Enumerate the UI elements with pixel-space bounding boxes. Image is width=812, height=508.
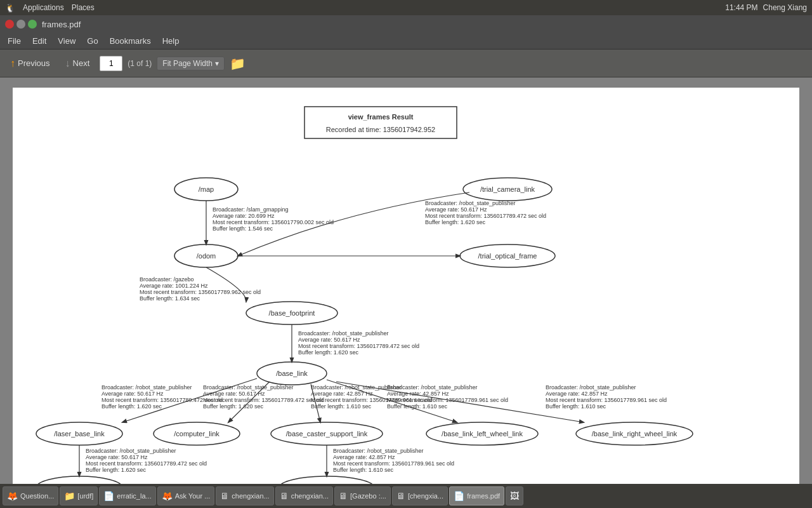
taskbar-item-frames[interactable]: 📄 frames.pdf	[449, 486, 504, 505]
menu-help[interactable]: Help	[157, 35, 185, 47]
taskbar-item-urdf[interactable]: 📁 [urdf]	[60, 486, 98, 505]
window-controls	[5, 20, 37, 29]
previous-button[interactable]: ↑ Previous	[5, 55, 55, 72]
svg-text:Buffer length: 1.620 sec: Buffer length: 1.620 sec	[102, 403, 162, 410]
taskbar-label: [Gazebo :...	[350, 492, 386, 500]
system-bar-right: 11:44 PM Cheng Xiang	[725, 3, 807, 12]
svg-text:Average rate: 50.617 Hz: Average rate: 50.617 Hz	[203, 391, 265, 397]
taskbar-label: chengxian...	[232, 492, 269, 500]
svg-text:Buffer length: 1.620 sec: Buffer length: 1.620 sec	[86, 467, 146, 473]
previous-icon: ↑	[10, 58, 15, 69]
svg-text:Broadcaster: /robot_state_publ: Broadcaster: /robot_state_publisher	[425, 200, 516, 206]
menu-view[interactable]: View	[53, 35, 81, 47]
svg-text:Most recent transform: 1356017: Most recent transform: 1356017789.472 se…	[203, 397, 324, 403]
places-menu[interactable]: Places	[72, 3, 95, 12]
svg-text:Average rate: 50.617 Hz: Average rate: 50.617 Hz	[102, 391, 164, 397]
svg-text:Most recent transform: 1356017: Most recent transform: 1356017789.472 se…	[425, 213, 546, 219]
svg-point-25	[36, 476, 122, 484]
terminal-icon3: 🖥	[396, 491, 405, 501]
toolbar: ↑ Previous ↓ Next (1 of 1) Fit Page Widt…	[0, 50, 812, 77]
terminal-icon: 🖥	[220, 491, 229, 501]
menu-go[interactable]: Go	[82, 35, 103, 47]
svg-text:/base_link_right_wheel_link: /base_link_right_wheel_link	[592, 430, 678, 438]
fit-label: Fit Page Width	[162, 59, 213, 68]
svg-text:/trial_camera_link: /trial_camera_link	[480, 185, 535, 193]
system-clock: 11:44 PM	[725, 3, 757, 12]
gazebo-icon: 🖥	[339, 491, 348, 501]
menu-file[interactable]: File	[3, 35, 26, 47]
image-icon: 🖼	[510, 491, 519, 501]
applications-menu[interactable]: Applications	[23, 3, 64, 12]
svg-text:Buffer length: 1.610 sec: Buffer length: 1.610 sec	[311, 403, 371, 410]
svg-text:/base_caster_support_link: /base_caster_support_link	[286, 430, 368, 438]
svg-text:Average rate: 50.617 Hz: Average rate: 50.617 Hz	[425, 206, 487, 213]
window-title: frames.pdf	[42, 20, 81, 29]
taskbar-item-cheng1[interactable]: 🖥 chengxian...	[216, 486, 273, 505]
minimize-button[interactable]	[16, 20, 25, 29]
taskbar-label: Ask Your ...	[175, 492, 211, 500]
svg-text:Average rate: 1001.224 Hz: Average rate: 1001.224 Hz	[140, 283, 208, 289]
system-bar: 🐧 Applications Places 11:44 PM Cheng Xia…	[0, 0, 812, 15]
svg-text:Broadcaster: /slam_gmapping: Broadcaster: /slam_gmapping	[213, 206, 289, 213]
title-bar: frames.pdf	[0, 15, 812, 33]
svg-text:Buffer length: 1.610 sec: Buffer length: 1.610 sec	[333, 467, 393, 473]
svg-text:Buffer length: 1.610 sec: Buffer length: 1.610 sec	[546, 403, 606, 410]
taskbar-item-chengx[interactable]: 🖥 [chengxia...	[392, 486, 448, 505]
ubuntu-icon: 🐧	[5, 3, 15, 13]
svg-text:/base_link: /base_link	[276, 370, 308, 377]
menu-edit[interactable]: Edit	[27, 35, 51, 47]
frames-graph: view_frames Result Recorded at time: 135…	[25, 100, 787, 484]
svg-text:/odom: /odom	[197, 252, 216, 260]
svg-text:/base_footprint: /base_footprint	[269, 309, 315, 317]
taskbar: 🦊 Question... 📁 [urdf] 📄 erratic_la... 🦊…	[0, 484, 812, 508]
taskbar-label: [chengxia...	[408, 492, 443, 500]
svg-text:Buffer length: 1.620 sec: Buffer length: 1.620 sec	[425, 219, 485, 225]
next-icon: ↓	[65, 58, 70, 69]
fit-page-button[interactable]: Fit Page Width ▾	[157, 57, 225, 70]
page-number-input[interactable]	[100, 56, 122, 71]
svg-text:/base_link_left_wheel_link: /base_link_left_wheel_link	[442, 430, 523, 438]
svg-text:Most recent transform: 1356017: Most recent transform: 1356017789.472 se…	[298, 343, 419, 349]
firefox-icon2: 🦊	[162, 491, 173, 501]
svg-text:Buffer length: 1.546 sec: Buffer length: 1.546 sec	[213, 225, 273, 232]
taskbar-item-erratic[interactable]: 📄 erratic_la...	[99, 486, 155, 505]
previous-label: Previous	[18, 58, 50, 68]
svg-text:/computer_link: /computer_link	[174, 430, 219, 438]
taskbar-item-ask[interactable]: 🦊 Ask Your ...	[157, 486, 215, 505]
folder-icon: 📁	[64, 491, 75, 501]
next-button[interactable]: ↓ Next	[60, 55, 95, 72]
maximize-button[interactable]	[28, 20, 37, 29]
terminal-icon2: 🖥	[280, 491, 289, 501]
svg-text:/trial_optical_frame: /trial_optical_frame	[478, 252, 537, 260]
svg-text:Average rate: 50.617 Hz: Average rate: 50.617 Hz	[298, 337, 360, 343]
svg-text:Most recent transform: 1356017: Most recent transform: 1356017789.961 se…	[333, 460, 454, 467]
svg-point-27	[279, 476, 374, 484]
svg-text:Broadcaster: /gazebo: Broadcaster: /gazebo	[140, 276, 194, 283]
taskbar-item-cheng2[interactable]: 🖥 chengxian...	[275, 486, 333, 505]
svg-text:Average rate: 42.857 Hz: Average rate: 42.857 Hz	[546, 391, 608, 397]
svg-text:Most recent transform: 1356017: Most recent transform: 1356017789.472 se…	[86, 460, 207, 467]
svg-text:Buffer length: 1.634 sec: Buffer length: 1.634 sec	[140, 295, 200, 302]
svg-text:Broadcaster: /robot_state_publ: Broadcaster: /robot_state_publisher	[86, 448, 176, 454]
taskbar-item-gazebo[interactable]: 🖥 [Gazebo :...	[334, 486, 391, 505]
page-info: (1 of 1)	[128, 59, 152, 68]
taskbar-item-img[interactable]: 🖼	[506, 486, 523, 505]
svg-text:Buffer length: 1.620 sec: Buffer length: 1.620 sec	[298, 349, 358, 356]
system-bar-left: 🐧 Applications Places	[5, 3, 95, 13]
svg-text:Broadcaster: /robot_state_publ: Broadcaster: /robot_state_publisher	[333, 448, 424, 454]
menu-bar: File Edit View Go Bookmarks Help	[0, 33, 812, 50]
svg-text:Recorded at time: 1356017942.9: Recorded at time: 1356017942.952	[326, 126, 435, 133]
pdf-icon: 📄	[454, 491, 464, 501]
folder-icon[interactable]: 📁	[230, 56, 246, 71]
taskbar-item-question[interactable]: 🦊 Question...	[3, 486, 58, 505]
taskbar-label: erratic_la...	[117, 492, 151, 500]
pdf-area: view_frames Result Recorded at time: 135…	[0, 77, 812, 484]
close-button[interactable]	[5, 20, 14, 29]
svg-text:Most recent transform: 1356017: Most recent transform: 1356017789.962 se…	[140, 289, 261, 295]
svg-text:Average rate: 20.699 Hz: Average rate: 20.699 Hz	[213, 213, 275, 219]
pdf-page: view_frames Result Recorded at time: 135…	[13, 88, 799, 484]
taskbar-label: [urdf]	[77, 492, 93, 500]
menu-bookmarks[interactable]: Bookmarks	[105, 35, 156, 47]
svg-text:Most recent transform: 1356017: Most recent transform: 1356017790.002 se…	[213, 219, 334, 225]
svg-text:/laser_base_link: /laser_base_link	[54, 430, 105, 438]
